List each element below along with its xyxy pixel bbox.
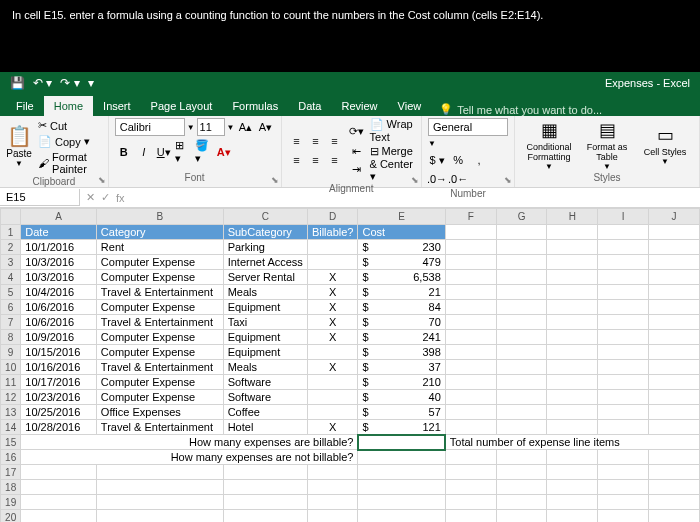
empty-cell[interactable] <box>598 345 649 360</box>
empty-cell[interactable] <box>496 315 547 330</box>
cell-subcategory[interactable]: Software <box>223 375 307 390</box>
cell-subcategory[interactable]: Coffee <box>223 405 307 420</box>
col-header-I[interactable]: I <box>598 209 649 225</box>
row-header[interactable]: 1 <box>1 225 21 240</box>
billable-question[interactable]: How many expenses are billable? <box>21 435 358 450</box>
empty-cell[interactable] <box>649 240 700 255</box>
col-header-G[interactable]: G <box>496 209 547 225</box>
empty-cell[interactable] <box>547 390 598 405</box>
empty-cell[interactable] <box>445 225 496 240</box>
name-box[interactable] <box>0 189 80 206</box>
empty-cell[interactable] <box>496 405 547 420</box>
empty-cell[interactable] <box>21 495 97 510</box>
cell-subcategory[interactable]: Internet Access <box>223 255 307 270</box>
empty-cell[interactable] <box>307 495 358 510</box>
cell-subcategory[interactable]: Hotel <box>223 420 307 435</box>
cell-category[interactable]: Computer Expense <box>96 270 223 285</box>
row-header[interactable]: 4 <box>1 270 21 285</box>
cell-date[interactable]: 10/15/2016 <box>21 345 97 360</box>
cell-billable[interactable] <box>307 390 358 405</box>
row-header[interactable]: 7 <box>1 315 21 330</box>
empty-cell[interactable] <box>598 375 649 390</box>
row-header[interactable]: 10 <box>1 360 21 375</box>
cell-billable[interactable] <box>307 375 358 390</box>
cell-category[interactable]: Computer Expense <box>96 300 223 315</box>
empty-cell[interactable] <box>547 360 598 375</box>
row-header[interactable]: 15 <box>1 435 21 450</box>
cell-date[interactable]: 10/3/2016 <box>21 255 97 270</box>
undo-icon[interactable]: ↶ ▾ <box>33 76 52 90</box>
empty-cell[interactable] <box>96 465 223 480</box>
row-header[interactable]: 16 <box>1 450 21 465</box>
cell-billable[interactable]: X <box>307 330 358 345</box>
cell-cost[interactable]: $241 <box>358 330 445 345</box>
empty-cell[interactable] <box>445 270 496 285</box>
row-header[interactable]: 14 <box>1 420 21 435</box>
empty-cell[interactable] <box>598 285 649 300</box>
empty-cell[interactable] <box>598 240 649 255</box>
cell-category[interactable]: Office Expenses <box>96 405 223 420</box>
chevron-down-icon[interactable]: ▼ <box>187 123 195 132</box>
cell-cost[interactable]: $70 <box>358 315 445 330</box>
empty-cell[interactable] <box>496 240 547 255</box>
empty-cell[interactable] <box>598 510 649 523</box>
merge-center-button[interactable]: ⊟ Merge & Center ▾ <box>370 145 415 183</box>
empty-cell[interactable] <box>445 510 496 523</box>
empty-cell[interactable] <box>598 420 649 435</box>
empty-cell[interactable] <box>21 465 97 480</box>
cell-date[interactable]: 10/28/2016 <box>21 420 97 435</box>
cell-cost[interactable]: $479 <box>358 255 445 270</box>
cell-E15[interactable] <box>358 435 445 450</box>
tab-formulas[interactable]: Formulas <box>222 96 288 116</box>
empty-cell[interactable] <box>649 495 700 510</box>
empty-cell[interactable] <box>445 480 496 495</box>
cell-subcategory[interactable]: Meals <box>223 285 307 300</box>
tell-me-box[interactable]: 💡 Tell me what you want to do... <box>431 103 602 116</box>
empty-cell[interactable] <box>496 390 547 405</box>
row-header[interactable]: 18 <box>1 480 21 495</box>
empty-cell[interactable] <box>358 480 445 495</box>
cell-subcategory[interactable]: Software <box>223 390 307 405</box>
cell-billable[interactable]: X <box>307 285 358 300</box>
empty-cell[interactable] <box>496 360 547 375</box>
align-right-icon[interactable]: ≡ <box>326 151 344 169</box>
cell-category[interactable]: Travel & Entertainment <box>96 360 223 375</box>
cell-date[interactable]: 10/16/2016 <box>21 360 97 375</box>
empty-cell[interactable] <box>445 345 496 360</box>
empty-cell[interactable] <box>649 285 700 300</box>
cancel-formula-icon[interactable]: ✕ <box>86 191 95 204</box>
select-all[interactable] <box>1 209 21 225</box>
cell-subcategory[interactable]: Server Rental <box>223 270 307 285</box>
align-left-icon[interactable]: ≡ <box>288 151 306 169</box>
paste-button[interactable]: 📋 Paste ▼ <box>6 122 32 172</box>
border-button[interactable]: ⊞ ▾ <box>175 143 193 161</box>
empty-cell[interactable] <box>598 225 649 240</box>
empty-cell[interactable] <box>547 240 598 255</box>
cell-subcategory[interactable]: Equipment <box>223 300 307 315</box>
empty-cell[interactable] <box>547 465 598 480</box>
chevron-down-icon[interactable]: ▼ <box>428 139 436 148</box>
empty-cell[interactable] <box>21 480 97 495</box>
empty-cell[interactable] <box>307 465 358 480</box>
number-launcher-icon[interactable]: ⬊ <box>504 175 512 185</box>
clipboard-launcher-icon[interactable]: ⬊ <box>98 175 106 185</box>
tab-review[interactable]: Review <box>331 96 387 116</box>
empty-cell[interactable] <box>358 495 445 510</box>
empty-cell[interactable] <box>445 495 496 510</box>
increase-indent-icon[interactable]: ⇥ <box>348 161 366 179</box>
align-center-icon[interactable]: ≡ <box>307 151 325 169</box>
cell-category[interactable]: Computer Expense <box>96 390 223 405</box>
enter-formula-icon[interactable]: ✓ <box>101 191 110 204</box>
decrease-font-icon[interactable]: A▾ <box>257 118 275 136</box>
empty-cell[interactable] <box>598 300 649 315</box>
empty-cell[interactable] <box>598 390 649 405</box>
cell-category[interactable]: Rent <box>96 240 223 255</box>
cell-cost[interactable]: $121 <box>358 420 445 435</box>
empty-cell[interactable] <box>598 495 649 510</box>
empty-cell[interactable] <box>21 510 97 523</box>
underline-button[interactable]: U ▾ <box>155 143 173 161</box>
empty-cell[interactable] <box>496 465 547 480</box>
cell-cost[interactable]: $21 <box>358 285 445 300</box>
font-color-button[interactable]: A ▾ <box>215 143 233 161</box>
empty-cell[interactable] <box>547 225 598 240</box>
